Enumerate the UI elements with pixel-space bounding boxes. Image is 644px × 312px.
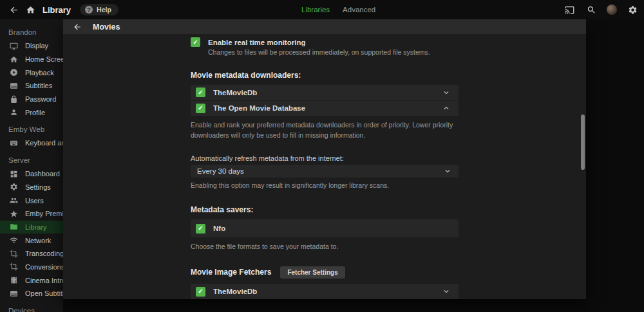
realtime-monitoring-description: Changes to files will be processed immed… [208,48,459,58]
cast-icon [565,5,574,15]
gear-icon [628,5,638,15]
help-icon: ? [85,6,93,14]
list-item-themoviedb[interactable]: ✓ TheMovieDb [191,284,459,299]
metadata-savers-list: ✓ Nfo [191,219,459,237]
panel-title: Movies [93,23,120,32]
monitor-icon [8,42,19,50]
tab-libraries[interactable]: Libraries [301,6,330,14]
checkbox-checked[interactable]: ✓ [191,37,200,47]
panel-body: ✓ Enable real time monitoring Changes to… [63,34,586,299]
metadata-downloaders-heading: Movie metadata downloaders: [191,71,459,80]
metadata-savers-heading: Metadata savers: [191,205,459,214]
chevron-down-icon[interactable] [442,287,451,296]
arrow-left-icon [73,23,82,32]
dashboard-icon [8,170,19,178]
list-item-nfo[interactable]: ✓ Nfo [191,219,459,237]
settings-button[interactable] [626,1,639,18]
top-bar: Library ? Help Libraries Advanced [0,0,644,19]
search-button[interactable] [585,1,598,18]
lock-icon [8,95,19,104]
scrollbar-thumb[interactable] [581,115,585,170]
help-label: Help [97,6,111,14]
home-icon [8,55,19,64]
gear-icon [8,183,19,191]
chevron-down-icon [443,167,452,176]
top-tabs: Libraries Advanced [301,0,375,19]
check-icon: ✓ [193,39,198,46]
search-icon [587,5,596,15]
refresh-metadata-label: Automatically refresh metadata from the … [191,154,459,162]
arrow-left-icon [9,5,19,15]
emby-settings-screen: Library ? Help Libraries Advanced Brando… [0,0,644,312]
help-button[interactable]: ? Help [80,4,118,15]
home-icon [26,5,35,15]
wifi-icon [8,236,19,244]
keyboard-icon [8,139,19,147]
check-icon: ✓ [198,225,203,232]
chevron-down-icon[interactable] [442,88,451,97]
subtitles-icon [8,289,19,298]
fetcher-settings-button[interactable]: Fetcher Settings [280,266,345,279]
app-title: Library [43,5,71,15]
list-item-open-movie-database[interactable]: ✓ The Open Movie Database [191,100,459,116]
users-icon [8,196,19,205]
check-icon: ✓ [198,105,203,111]
convert-icon [8,262,19,271]
home-button[interactable] [22,1,39,18]
panel-back-button[interactable] [73,23,82,32]
check-icon: ✓ [198,288,203,295]
image-fetchers-heading-row: Movie Image Fetchers Fetcher Settings [191,266,459,279]
film-icon [8,276,19,284]
panel-header: Movies [63,19,586,34]
background-strip [63,299,644,312]
chevron-up-icon[interactable] [442,104,451,113]
checkbox-checked[interactable]: ✓ [196,287,205,297]
list-item-themoviedb[interactable]: ✓ TheMovieDb [191,85,459,100]
top-bar-actions [563,0,639,19]
refresh-interval-select[interactable]: Every 30 days [191,165,459,178]
image-fetchers-list: ✓ TheMovieDb ✓ The Open Movie Database ✓… [191,284,459,299]
checkbox-checked[interactable]: ✓ [196,104,205,113]
subtitles-icon [8,82,19,90]
person-icon [8,108,19,116]
image-fetchers-heading: Movie Image Fetchers [191,268,271,277]
checkbox-checked[interactable]: ✓ [196,87,205,97]
metadata-downloaders-list: ✓ TheMovieDb ✓ The Open Movie Database [191,85,459,116]
refresh-interval-value: Every 30 days [197,167,443,175]
star-icon [8,210,19,218]
transcode-icon [8,250,19,258]
metadata-downloaders-description: Enable and rank your preferred metadata … [191,120,459,141]
check-icon: ✓ [198,89,203,96]
movies-settings-panel: Movies ✓ Enable real time monitoring Cha… [63,19,586,299]
metadata-savers-description: Choose the file formats to save your met… [191,242,459,252]
realtime-monitoring-label: Enable real time monitoring [208,39,305,46]
folder-icon [8,223,19,231]
avatar[interactable] [607,5,617,15]
back-button[interactable] [5,1,22,18]
realtime-monitoring-checkbox-row[interactable]: ✓ Enable real time monitoring [191,37,459,47]
tab-advanced[interactable]: Advanced [343,6,375,14]
cast-button[interactable] [563,1,576,18]
play-circle-icon [8,68,19,77]
refresh-metadata-description: Enabling this option may result in signi… [191,181,459,191]
checkbox-checked[interactable]: ✓ [196,224,205,234]
